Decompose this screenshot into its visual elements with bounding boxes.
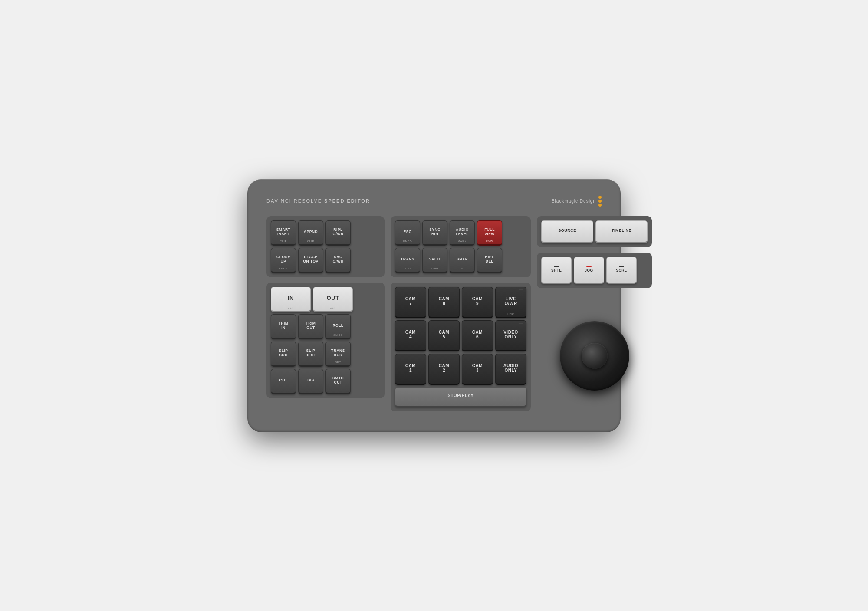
in-key[interactable]: IN CLR [271,287,311,312]
appnd-key[interactable]: APPND CLIP [298,220,323,246]
func-row-2: TRANS TITLE SPLIT MOVE SNAP ≡ RIPLDEL [395,248,526,273]
cam2-key[interactable]: CAM2 [428,354,460,385]
smart-insrt-key[interactable]: SMARTINSRT CLIP [271,220,296,246]
out-key[interactable]: OUT CLR [313,287,353,312]
shtl-indicator [554,266,559,267]
stop-play-row: STOP/PLAY [395,387,526,407]
cam-row-1: CAM7 CAM8 CAM9 LIVEO/WR RND [395,287,526,318]
audio-level-key[interactable]: AUDIOLEVEL MARK [450,220,475,246]
slip-src-key[interactable]: SLIPSRC [271,342,296,367]
ripl-del-key[interactable]: RIPLDEL [477,248,502,273]
key-row-2: CLOSEUP YPOS PLACEON TOP SRCO/WR [271,248,380,273]
cam-row-2: CAM4 CAM5 CAM6 VIDEOONLY [395,320,526,351]
ripl-owr-key[interactable]: RIPLO/WR [326,220,351,246]
jog-indicator [586,266,592,267]
shtl-jog-scrl-row: SHTL JOG SCRL [541,257,648,284]
joywheel-area [537,300,652,411]
middle-section: ESC UNDO SYNCBIN AUDIOLEVEL MARK FULLVIE… [391,216,531,411]
snap-key[interactable]: SNAP ≡ [450,248,475,273]
roll-key[interactable]: ROLL SLIDE [326,314,351,339]
video-only-key[interactable]: VIDEOONLY [495,320,526,351]
left-section: SMARTINSRT CLIP APPND CLIP RIPLO/WR CLOS… [266,216,385,411]
smth-cut-key[interactable]: SMTHCUT [326,369,351,394]
main-layout: SMARTINSRT CLIP APPND CLIP RIPLO/WR CLOS… [266,216,602,411]
timeline-key[interactable]: TIMELINE [595,220,648,243]
live-owr-key[interactable]: LIVEO/WR RND [495,287,526,318]
function-key-group: ESC UNDO SYNCBIN AUDIOLEVEL MARK FULLVIE… [391,216,531,277]
slip-row: SLIPSRC SLIPDEST TRANSDUR SET [271,342,380,367]
device-header: DAVINCI RESOLVE SPEED EDITOR Blackmagic … [266,196,602,207]
brand-dot-3 [598,204,602,207]
jog-key[interactable]: JOG [574,257,604,284]
joywheel-center [582,343,608,369]
close-up-key[interactable]: CLOSEUP YPOS [271,248,296,273]
scrl-indicator [619,266,624,267]
cam3-key[interactable]: CAM3 [462,354,493,385]
cam1-key[interactable]: CAM1 [395,354,426,385]
bottom-key-group: IN CLR OUT CLR TRIMIN TRIMOUT [266,283,385,398]
cam9-key[interactable]: CAM9 [462,287,493,318]
src-owr-key[interactable]: SRCO/WR [326,248,351,273]
sync-bin-key[interactable]: SYNCBIN [422,220,447,246]
shtl-key[interactable]: SHTL [541,257,572,284]
device-title: DAVINCI RESOLVE SPEED EDITOR [266,198,370,204]
cam7-key[interactable]: CAM7 [395,287,426,318]
func-row-1: ESC UNDO SYNCBIN AUDIOLEVEL MARK FULLVIE… [395,220,526,246]
cam5-key[interactable]: CAM5 [428,320,460,351]
cut-row: CUT DIS SMTHCUT [271,369,380,394]
trans-key[interactable]: TRANS TITLE [395,248,420,273]
cam6-key[interactable]: CAM6 [462,320,493,351]
source-timeline-group: SOURCE TIMELINE [537,216,652,247]
place-on-top-key[interactable]: PLACEON TOP [298,248,323,273]
full-view-key[interactable]: FULLVIEW RVW [477,220,502,246]
source-timeline-row: SOURCE TIMELINE [541,220,648,243]
cam4-key[interactable]: CAM4 [395,320,426,351]
scrl-key[interactable]: SCRL [606,257,637,284]
audio-only-key[interactable]: AUDIOONLY [495,354,526,385]
dis-key[interactable]: DIS [298,369,323,394]
top-key-group: SMARTINSRT CLIP APPND CLIP RIPLO/WR CLOS… [266,216,385,277]
cam8-key[interactable]: CAM8 [428,287,460,318]
brand-dot-2 [598,200,602,203]
transport-key-group: SHTL JOG SCRL [537,253,652,288]
device-body: DAVINCI RESOLVE SPEED EDITOR Blackmagic … [247,179,621,432]
key-row-1: SMARTINSRT CLIP APPND CLIP RIPLO/WR [271,220,380,246]
brand-dots [598,196,602,207]
trim-in-key[interactable]: TRIMIN [271,314,296,339]
trim-out-key[interactable]: TRIMOUT [298,314,323,339]
source-key[interactable]: SOURCE [541,220,593,243]
slip-dest-key[interactable]: SLIPDEST [298,342,323,367]
cam-row-3: CAM1 CAM2 CAM3 AUDIOONLY [395,354,526,385]
esc-key[interactable]: ESC UNDO [395,220,420,246]
cut-key[interactable]: CUT [271,369,296,394]
stop-play-key[interactable]: STOP/PLAY [395,387,526,407]
in-out-row: IN CLR OUT CLR [271,287,380,312]
split-key[interactable]: SPLIT MOVE [422,248,447,273]
brand-area: Blackmagic Design [552,196,602,207]
cam-key-group: CAM7 CAM8 CAM9 LIVEO/WR RND [391,283,531,411]
trans-dur-key[interactable]: TRANSDUR SET [326,342,351,367]
right-section: SOURCE TIMELINE SHTL [537,216,652,411]
brand-dot-1 [598,196,602,199]
joywheel[interactable] [560,321,629,391]
trim-row: TRIMIN TRIMOUT ROLL SLIDE [271,314,380,339]
